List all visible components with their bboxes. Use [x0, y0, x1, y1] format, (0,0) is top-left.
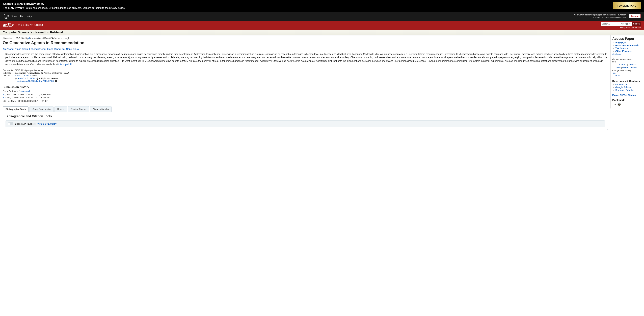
- browse-context-section: Current browse context: cs.IR < prev | n…: [611, 57, 644, 78]
- cornell-name: Cornell University: [11, 15, 32, 18]
- tabs-container: Bibliographic Tools Code, Data, Media De…: [3, 106, 608, 130]
- table-row: Subjects: Information Retrieval (cs.IR);…: [3, 72, 70, 74]
- browse-csai-link[interactable]: cs.AI: [615, 74, 620, 77]
- tex-source-link[interactable]: TeX Source: [615, 47, 628, 50]
- category-header: Computer Science > Information Retrieval: [0, 30, 644, 36]
- arxiv-version-link[interactable]: arXiv:2310.10108v3: [18, 77, 36, 80]
- arxiv-id-link[interactable]: arXiv:2310.10108: [15, 75, 31, 77]
- content: [Submitted on 16 Oct 2023 (v1), last rev…: [0, 36, 610, 132]
- table-row: Comments: SIGIR 2024 perspective paper: [3, 69, 70, 72]
- arxiv-bar: arXiv > cs > arXiv:2310.10108 All fields…: [0, 21, 644, 30]
- export-section: Export BibTeX Citation: [611, 93, 644, 97]
- prev-link[interactable]: < prev: [619, 63, 626, 66]
- version-v1-link[interactable]: [v1]: [3, 93, 6, 96]
- cornell-logo[interactable]: Cornell University: [3, 13, 32, 19]
- v1-link[interactable]: v1: [28, 37, 30, 40]
- donate-button[interactable]: Donate: [629, 14, 641, 18]
- submission-history: From: An Zhang [view email] [v1] Mon, 16…: [3, 90, 608, 103]
- table-row: (or arXiv:2310.10108v3 [cs.IR] for this …: [3, 77, 70, 80]
- info-icon[interactable]: i: [55, 80, 57, 82]
- author-link[interactable]: Xiang Wang: [47, 48, 60, 50]
- date-link[interactable]: 2023-10: [630, 66, 638, 69]
- panel-title: Bibliographic and Citation Tools: [6, 115, 605, 118]
- metadata-table: Comments: SIGIR 2024 perspective paper S…: [3, 69, 70, 83]
- bookmark-section: Bookmark ✂ 👽: [611, 97, 644, 109]
- bibsonomy-icon[interactable]: ✂: [614, 103, 616, 106]
- export-bibtex-link[interactable]: Export BibTeX Citation: [612, 94, 636, 96]
- breadcrumb-cs[interactable]: cs: [18, 24, 20, 26]
- abstract: Recommender systems are the cornerstone …: [5, 52, 608, 66]
- page-title: On Generative Agents in Recommendation: [3, 41, 608, 45]
- search-button[interactable]: Search: [632, 22, 641, 26]
- code-url-link[interactable]: this https URL: [58, 63, 73, 66]
- other-formats-link[interactable]: Other Formats: [615, 50, 632, 53]
- nasa-ads-link[interactable]: NASA ADS: [615, 83, 627, 86]
- view-email-link[interactable]: view email: [20, 90, 30, 92]
- doi-link[interactable]: https://doi.org/10.48550/arXiv.2310.1010…: [15, 80, 54, 82]
- new-link[interactable]: new: [616, 66, 620, 69]
- google-scholar-link[interactable]: Google Scholar: [615, 86, 632, 89]
- svg-point-0: [4, 14, 9, 19]
- what-is-explorer-link[interactable]: (What is the Explorer?): [37, 123, 58, 125]
- context-value: cs.IR: [612, 61, 642, 63]
- version-v2-link[interactable]: [v2]: [3, 96, 6, 99]
- privacy-policy-link[interactable]: arXiv Privacy Policy: [8, 7, 32, 9]
- semantic-scholar-link[interactable]: Semantic Scholar: [615, 89, 634, 92]
- tab-code-data-media[interactable]: Code, Data, Media: [30, 106, 53, 112]
- advanced-search-link[interactable]: Advanced Search: [626, 26, 641, 29]
- arxiv-logo[interactable]: arXiv: [3, 22, 14, 28]
- help-link[interactable]: Help: [620, 26, 624, 29]
- sidebar: Access Paper: View PDF HTML (experimenta…: [610, 36, 644, 109]
- tab-demos[interactable]: Demos: [54, 106, 67, 112]
- search-input[interactable]: [601, 22, 619, 26]
- author-link[interactable]: An Zhang: [3, 48, 14, 50]
- member-institutions-link[interactable]: member institutions: [593, 16, 609, 18]
- breadcrumb: > cs > arXiv:2310.10108: [16, 24, 43, 26]
- authors: An Zhang, Yuxin Chen, Leheng Sheng, Xian…: [3, 48, 608, 50]
- recent-link[interactable]: recent: [622, 66, 628, 69]
- tab-related-papers[interactable]: Related Papers: [68, 106, 89, 112]
- breadcrumb-id: arXiv:2310.10108: [23, 24, 43, 26]
- tab-panel: Bibliographic and Citation Tools Bibliog…: [3, 112, 608, 130]
- privacy-title: Change to arXiv's privacy policy: [3, 2, 125, 5]
- table-row: Cite as: arXiv:2310.10108 [cs.IR]: [3, 74, 70, 77]
- version-v3-label: [v3]: [3, 100, 6, 102]
- author-link[interactable]: Yuxin Chen: [15, 48, 28, 50]
- cornell-seal-icon: [3, 13, 9, 19]
- reddit-icon[interactable]: 👽: [617, 103, 621, 106]
- cornell-header: Cornell University We gratefully acknowl…: [0, 12, 644, 21]
- view-html-link[interactable]: HTML (experimental): [615, 44, 638, 47]
- browse-cs-link[interactable]: cs: [613, 72, 616, 74]
- acknowledgement-text: We gratefully acknowledge support from t…: [574, 14, 626, 19]
- submission-line: [Submitted on 16 Oct 2023 (v1), last rev…: [3, 37, 608, 40]
- tab-about-arxivlabs[interactable]: About arXivLabs: [90, 106, 112, 112]
- bibliographic-explorer-toggle[interactable]: [8, 122, 14, 125]
- bibliographic-explorer-row: Bibliographic Explorer (What is the Expl…: [6, 120, 605, 127]
- next-link[interactable]: next >: [630, 63, 636, 66]
- access-section: Access Paper: View PDF HTML (experimenta…: [611, 36, 644, 57]
- understand-button[interactable]: I UNDERSTAND: [613, 2, 641, 9]
- view-pdf-link[interactable]: View PDF: [615, 41, 626, 44]
- search-form: All fields Search: [601, 22, 641, 26]
- table-row: https://doi.org/10.48550/arXiv.2310.1010…: [3, 80, 70, 83]
- author-link[interactable]: Tat-Seng Chua: [62, 48, 79, 50]
- submission-history-heading: Submission history: [3, 86, 608, 89]
- privacy-banner: Change to arXiv's privacy policy The arX…: [0, 0, 644, 12]
- search-field-select[interactable]: All fields: [619, 22, 632, 26]
- tab-bibliographic-tools[interactable]: Bibliographic Tools: [3, 106, 28, 112]
- license-link[interactable]: view license: [612, 53, 621, 55]
- references-section: References & Citations NASA ADS Google S…: [611, 78, 644, 93]
- author-link[interactable]: Leheng Sheng: [29, 48, 46, 50]
- privacy-text: Change to arXiv's privacy policy The arX…: [3, 2, 125, 9]
